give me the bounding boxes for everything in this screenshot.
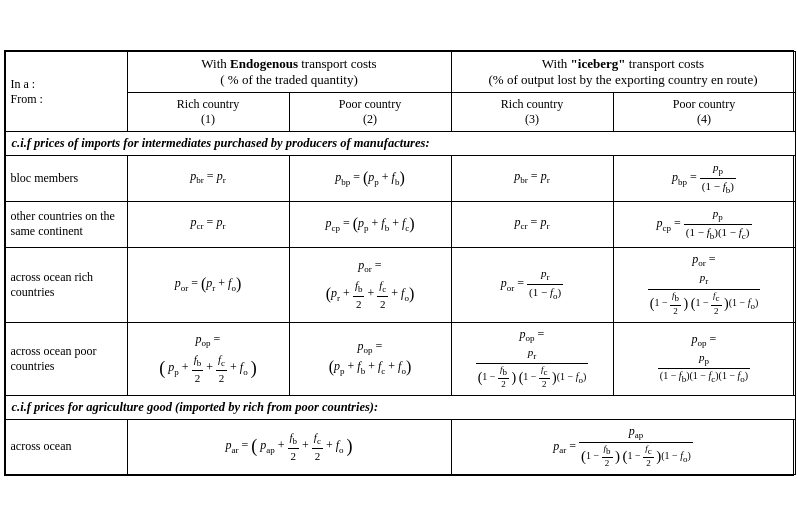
table-row: across ocean par = ( pap + fb 2 + fc 2 +… bbox=[5, 419, 795, 474]
row-bloc-col3: pbr = pr bbox=[451, 156, 613, 202]
row-ocean-rich-col3: por = pr (1 − fo) bbox=[451, 247, 613, 322]
in-a-from-cell: In a : From : bbox=[5, 52, 127, 132]
in-a-label: In a : bbox=[11, 77, 36, 91]
row-ocean-rich-label: across ocean rich countries bbox=[5, 247, 127, 322]
section1-label: c.i.f prices of imports for intermediate… bbox=[5, 132, 795, 156]
row-ocean-rich-col2: por = (pr + fb 2 + fc 2 + fo) bbox=[289, 247, 451, 322]
col1-header: Rich country (1) bbox=[127, 93, 289, 132]
col4-header: Poor country (4) bbox=[613, 93, 795, 132]
row-continent-col3: pcr = pr bbox=[451, 201, 613, 247]
row-ocean-rich-col1: por = (pr + fo) bbox=[127, 247, 289, 322]
endogenous-sub: ( % of the traded quantity) bbox=[220, 72, 358, 87]
from-label: From : bbox=[11, 92, 43, 106]
row-ocean-poor-label: across ocean poor countries bbox=[5, 322, 127, 395]
iceberg-title: With "iceberg" transport costs bbox=[542, 56, 704, 71]
table-row: bloc members pbr = pr pbp = (pp + fb) pb… bbox=[5, 156, 795, 202]
row-ocean-poor-col3: pop = pr (1 − fb 2 ) (1 − f bbox=[451, 322, 613, 395]
row-continent-label: other countries on the same continent bbox=[5, 201, 127, 247]
col3-header: Rich country (3) bbox=[451, 93, 613, 132]
row-ocean-poor-col4: pop = pp (1 − fb)(1 − fc)(1 − fo) bbox=[613, 322, 795, 395]
iceberg-sub: (% of output lost by the exporting count… bbox=[489, 72, 758, 87]
iceberg-header: With "iceberg" transport costs (% of out… bbox=[451, 52, 795, 93]
row-agr-endogenous: par = ( pap + fb 2 + fc 2 + fo ) bbox=[127, 419, 451, 474]
row-bloc-col1: pbr = pr bbox=[127, 156, 289, 202]
header-row-1: In a : From : With Endogenous transport … bbox=[5, 52, 795, 93]
row-ocean-poor-col2: pop = (pp + fb + fc + fo) bbox=[289, 322, 451, 395]
row-bloc-col4: pbp = pp (1 − fb) bbox=[613, 156, 795, 202]
main-table-wrapper: In a : From : With Endogenous transport … bbox=[4, 50, 794, 476]
row-agr-iceberg: par = pap (1 − fb 2 ) (1 − bbox=[451, 419, 795, 474]
row-continent-col2: pcp = (pp + fb + fc) bbox=[289, 201, 451, 247]
row-agr-label: across ocean bbox=[5, 419, 127, 474]
col2-header: Poor country (2) bbox=[289, 93, 451, 132]
row-continent-col4: pcp = pp (1 − fb)(1 − fc) bbox=[613, 201, 795, 247]
row-bloc-col2: pbp = (pp + fb) bbox=[289, 156, 451, 202]
row-ocean-poor-col1: pop = ( pp + fb 2 + fc 2 + fo bbox=[127, 322, 289, 395]
row-ocean-rich-col4: por = pr (1 − fb 2 ) (1 − f bbox=[613, 247, 795, 322]
endogenous-title: With Endogenous transport costs bbox=[201, 56, 376, 71]
row-continent-col1: pcr = pr bbox=[127, 201, 289, 247]
table-row: across ocean poor countries pop = ( pp +… bbox=[5, 322, 795, 395]
section1-header-row: c.i.f prices of imports for intermediate… bbox=[5, 132, 795, 156]
row-bloc-label: bloc members bbox=[5, 156, 127, 202]
table-row: other countries on the same continent pc… bbox=[5, 201, 795, 247]
table-row: across ocean rich countries por = (pr + … bbox=[5, 247, 795, 322]
section2-label: c.i.f prices for agriculture good (impor… bbox=[5, 395, 795, 419]
endogenous-header: With Endogenous transport costs ( % of t… bbox=[127, 52, 451, 93]
section2-header-row: c.i.f prices for agriculture good (impor… bbox=[5, 395, 795, 419]
